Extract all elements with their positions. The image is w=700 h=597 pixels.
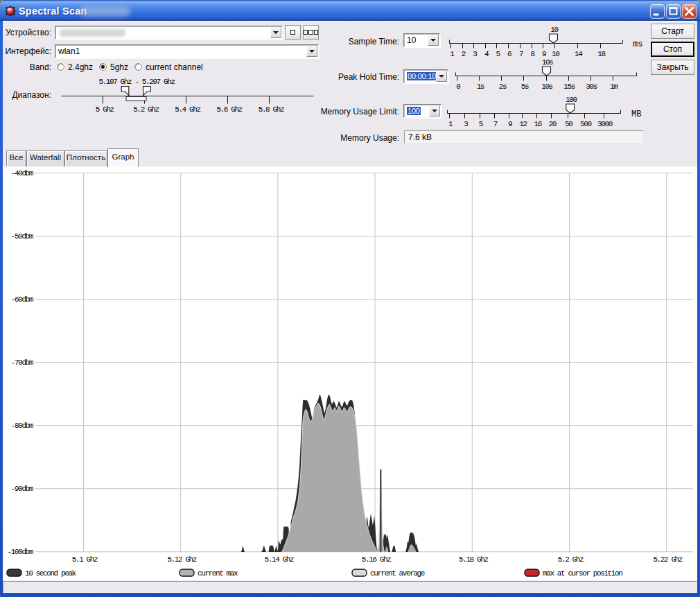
svg-text:current average: current average bbox=[370, 569, 425, 578]
svg-text:5.16 Ghz: 5.16 Ghz bbox=[362, 555, 391, 564]
svg-text:current max: current max bbox=[198, 569, 238, 578]
svg-text:10 second peak: 10 second peak bbox=[25, 569, 77, 578]
svg-text:-70dbm: -70dbm bbox=[11, 358, 34, 367]
svg-text:5.2 Ghz: 5.2 Ghz bbox=[558, 555, 584, 564]
svg-text:5.1 Ghz: 5.1 Ghz bbox=[72, 555, 98, 564]
svg-text:-50dbm: -50dbm bbox=[11, 232, 34, 241]
svg-text:5.14 Ghz: 5.14 Ghz bbox=[265, 555, 294, 564]
svg-text:5.18 Ghz: 5.18 Ghz bbox=[459, 555, 488, 564]
svg-text:-80dbm: -80dbm bbox=[11, 422, 34, 430]
svg-text:max at cursor position: max at cursor position bbox=[543, 569, 622, 578]
svg-text:-90dbm: -90dbm bbox=[11, 485, 34, 493]
svg-text:5.12 Ghz: 5.12 Ghz bbox=[167, 555, 196, 564]
svg-text:-40dbm: -40dbm bbox=[11, 169, 34, 178]
svg-text:5.22 Ghz: 5.22 Ghz bbox=[653, 555, 682, 564]
svg-text:-60dbm: -60dbm bbox=[11, 295, 34, 304]
svg-text:-100dbm: -100dbm bbox=[8, 548, 34, 556]
